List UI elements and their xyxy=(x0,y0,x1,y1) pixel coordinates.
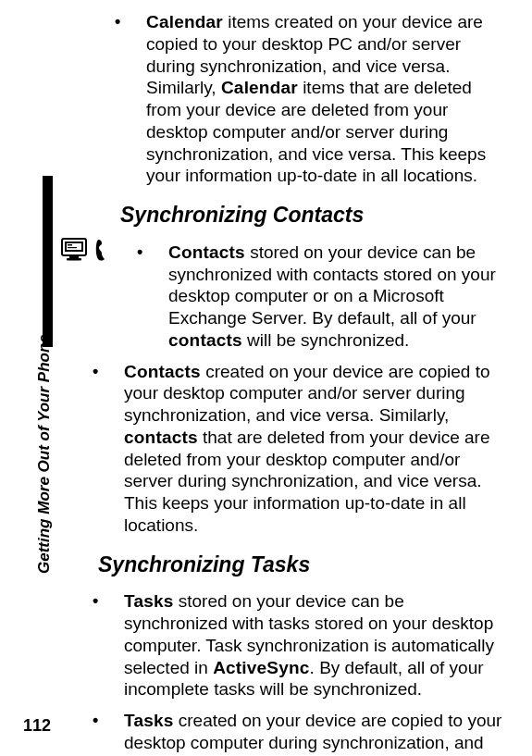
bullet-calendar-copy: • Calendar items created on your device … xyxy=(115,11,509,187)
term-tasks: Tasks xyxy=(124,591,173,611)
monitor-icon xyxy=(60,237,88,266)
sync-icon-pair xyxy=(60,237,110,266)
svg-rect-3 xyxy=(68,244,72,246)
heading-sync-contacts: Synchronizing Contacts xyxy=(120,202,509,229)
term-contacts: contacts xyxy=(124,428,198,447)
term-calendar: Calendar xyxy=(221,78,298,97)
bullet-dot: • xyxy=(93,590,124,700)
bullet-contacts-copy: • Contacts created on your device are co… xyxy=(93,361,509,537)
term-activesync: ActiveSync xyxy=(213,658,309,677)
term-contacts: Contacts xyxy=(124,362,201,381)
bullet-text: Contacts stored on your device can be sy… xyxy=(168,242,509,352)
bullet-contacts-sync: • Contacts stored on your device can be … xyxy=(137,242,509,352)
svg-rect-5 xyxy=(69,255,79,258)
page-number: 112 xyxy=(23,716,51,736)
body-content: • Calendar items created on your device … xyxy=(93,0,509,756)
bullet-dot: • xyxy=(93,710,124,756)
bullet-dot: • xyxy=(93,361,124,537)
svg-rect-6 xyxy=(67,258,81,261)
phone-handset-icon xyxy=(93,237,110,266)
page: Getting More Out of Your Phone 112 • Ca xyxy=(0,0,532,756)
term-contacts: Contacts xyxy=(168,242,245,262)
sidebar-black-strip xyxy=(43,176,53,347)
bullet-text: Calendar items created on your device ar… xyxy=(146,11,509,187)
bullet-tasks-copy: • Tasks created on your device are copie… xyxy=(93,710,509,756)
text-span: created on your device are copied to you… xyxy=(124,711,501,756)
term-calendar: Calendar xyxy=(146,12,223,31)
bullet-dot: • xyxy=(137,242,168,352)
term-contacts: contacts xyxy=(168,330,242,350)
bullet-dot: • xyxy=(115,11,146,187)
text-span: will be synchronized. xyxy=(242,330,410,350)
term-tasks: Tasks xyxy=(124,711,173,730)
heading-sync-tasks: Synchronizing Tasks xyxy=(98,552,509,578)
bullet-text: Tasks stored on your device can be synch… xyxy=(124,590,509,700)
bullet-tasks-sync: • Tasks stored on your device can be syn… xyxy=(93,590,509,700)
bullet-text: Tasks created on your device are copied … xyxy=(124,710,509,756)
bullet-text: Contacts created on your device are copi… xyxy=(124,361,509,537)
sidebar-section-label: Getting More Out of Your Phone xyxy=(35,334,54,574)
svg-rect-4 xyxy=(68,247,77,248)
